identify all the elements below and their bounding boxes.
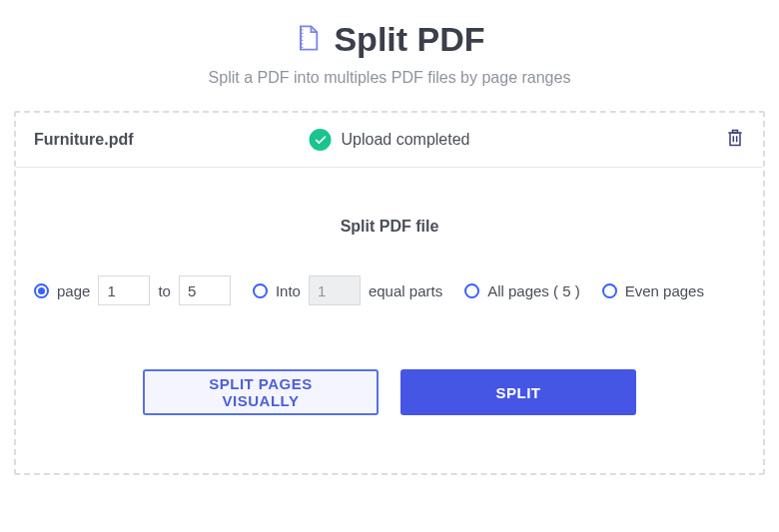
even-pages-label: Even pages xyxy=(625,282,704,299)
split-options-row: page to Into equal parts All pages ( 5 )… xyxy=(34,275,745,305)
all-pages-label: All pages ( 5 ) xyxy=(487,282,580,299)
section-title: Split PDF file xyxy=(34,218,745,236)
split-visually-button[interactable]: SPLIT PAGES VISUALLY xyxy=(143,369,379,415)
upload-row: Furniture.pdf Upload completed xyxy=(16,113,763,168)
trash-icon[interactable] xyxy=(725,127,745,153)
radio-page-range[interactable] xyxy=(34,283,49,298)
option-page-range[interactable]: page to xyxy=(34,275,231,305)
page-to-input[interactable] xyxy=(179,275,231,305)
page-from-input[interactable] xyxy=(98,275,150,305)
upload-status: Upload completed xyxy=(310,129,470,151)
into-label: Into xyxy=(276,282,301,299)
upload-status-text: Upload completed xyxy=(342,131,470,149)
radio-equal-parts[interactable] xyxy=(253,283,268,298)
check-circle-icon xyxy=(310,129,332,151)
page-title: Split PDF xyxy=(334,20,484,59)
page-label: page xyxy=(57,282,90,299)
radio-even-pages[interactable] xyxy=(602,283,617,298)
option-all-pages[interactable]: All pages ( 5 ) xyxy=(464,282,580,299)
radio-all-pages[interactable] xyxy=(464,283,479,298)
page-subtitle: Split a PDF into multiples PDF files by … xyxy=(14,69,765,87)
option-equal-parts[interactable]: Into equal parts xyxy=(253,275,442,305)
title-row: Split PDF xyxy=(14,20,765,59)
to-label: to xyxy=(158,282,171,299)
options-area: Split PDF file page to Into equal parts … xyxy=(16,168,763,473)
option-even-pages[interactable]: Even pages xyxy=(602,282,704,299)
main-panel: Furniture.pdf Upload completed Split PDF… xyxy=(14,111,765,475)
file-name: Furniture.pdf xyxy=(34,131,134,149)
document-icon xyxy=(294,24,322,56)
buttons-row: SPLIT PAGES VISUALLY SPLIT xyxy=(34,369,745,415)
split-button[interactable]: SPLIT xyxy=(400,369,636,415)
equal-parts-label: equal parts xyxy=(369,282,442,299)
header: Split PDF Split a PDF into multiples PDF… xyxy=(14,20,765,87)
into-value-input[interactable] xyxy=(309,275,361,305)
